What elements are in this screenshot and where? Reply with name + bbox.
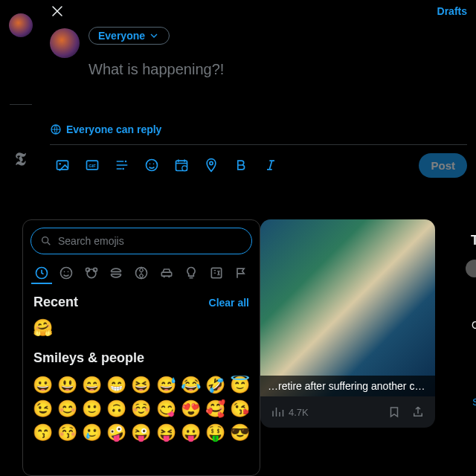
bold-button[interactable] <box>228 152 254 178</box>
emoji-cell[interactable]: 😂 <box>180 375 202 396</box>
reply-settings-button[interactable]: Everyone can reply <box>41 123 476 144</box>
emoji-button[interactable] <box>139 152 164 178</box>
schedule-button[interactable] <box>169 152 194 178</box>
emoji-cat-activity[interactable] <box>131 263 152 284</box>
emoji-cell[interactable]: 😁 <box>106 375 127 396</box>
poll-icon <box>115 158 129 173</box>
emoji-search-input[interactable] <box>58 235 242 247</box>
media-button[interactable] <box>50 152 75 178</box>
emoji-cat-travel[interactable] <box>156 263 177 284</box>
emoji-cell[interactable]: 🥰 <box>205 399 226 419</box>
globe-icon <box>50 123 62 135</box>
italic-button[interactable] <box>258 152 283 178</box>
emoji-cat-objects[interactable] <box>181 263 202 284</box>
share-icon[interactable] <box>411 405 425 419</box>
emoji-cell[interactable]: 😆 <box>130 375 152 396</box>
audience-label: Everyone <box>98 30 145 42</box>
svg-point-13 <box>42 237 48 243</box>
emoji-cat-animals[interactable] <box>81 263 102 284</box>
svg-point-18 <box>87 269 96 278</box>
smileys-title: Smileys & people <box>30 340 252 373</box>
emoji-cat-smileys[interactable] <box>56 263 77 284</box>
audience-selector[interactable]: Everyone <box>89 27 170 45</box>
poll-button[interactable] <box>109 152 135 178</box>
bulb-icon <box>184 266 199 280</box>
emoji-cell[interactable]: 🙃 <box>106 399 127 419</box>
compose-input[interactable]: What is happening?! <box>89 61 467 123</box>
smile-icon <box>144 158 159 173</box>
soccer-icon <box>134 266 149 280</box>
smile-icon <box>59 266 74 280</box>
svg-point-17 <box>68 271 69 273</box>
compose-modal: Drafts Everyone What is happening?! Ever… <box>41 0 476 185</box>
avatar[interactable] <box>9 13 33 37</box>
emoji-cat-food[interactable] <box>106 263 126 284</box>
emoji-cell[interactable]: 😉 <box>32 399 54 419</box>
calendar-clock-icon <box>174 158 189 173</box>
right-sidebar-text: C <box>472 319 476 331</box>
svg-point-24 <box>168 276 170 278</box>
compose-avatar[interactable] <box>50 28 80 58</box>
emoji-cell[interactable]: 🥲 <box>81 422 103 443</box>
smileys-emoji-grid: 😀😃😄😁😆😅😂🤣😇😉😊🙂🙃☺️😋😍🥰😘😙😚🥲🤪😜😝😛🤑😎 <box>30 373 252 445</box>
feed-card[interactable]: …retire after suffering another co… 4.7K <box>260 219 435 428</box>
emoji-cell[interactable]: 🙂 <box>81 399 103 419</box>
car-icon <box>159 266 174 280</box>
right-sidebar-text: T <box>471 233 476 248</box>
nyt-icon[interactable]: 𝕿 <box>15 149 26 170</box>
recent-emoji-grid: 🤗 <box>30 316 252 340</box>
emoji-cell[interactable]: 🤪 <box>106 422 127 443</box>
right-sidebar-avatar[interactable] <box>466 260 476 277</box>
drafts-button[interactable]: Drafts <box>437 5 467 17</box>
emoji-cell[interactable]: 😄 <box>81 375 103 396</box>
chevron-down-icon <box>148 30 160 42</box>
feed-image: …retire after suffering another co… <box>260 219 435 396</box>
emoji-cell[interactable]: 😃 <box>57 375 78 396</box>
clock-icon <box>34 266 49 280</box>
emoji-cell[interactable]: 😊 <box>57 399 78 419</box>
reply-label: Everyone can reply <box>66 123 161 135</box>
emoji-cell[interactable]: 😋 <box>155 399 177 419</box>
emoji-cell[interactable]: 🤣 <box>205 375 226 396</box>
location-button[interactable] <box>199 152 224 178</box>
emoji-search[interactable] <box>30 228 252 254</box>
rail-divider <box>10 104 32 105</box>
emoji-cell[interactable]: 😅 <box>155 375 177 396</box>
gif-button[interactable]: GIF <box>80 152 105 178</box>
emoji-cell[interactable]: 😝 <box>155 422 177 443</box>
emoji-cell[interactable]: 😛 <box>180 422 202 443</box>
views-count: 4.7K <box>289 407 309 418</box>
emoji-cell[interactable]: 😘 <box>229 399 251 419</box>
emoji-cell[interactable]: 😜 <box>130 422 152 443</box>
post-button[interactable]: Post <box>419 153 467 178</box>
close-button[interactable] <box>50 4 65 19</box>
feed-footer: 4.7K <box>260 396 435 428</box>
right-sidebar-link[interactable]: S <box>472 396 476 408</box>
svg-point-19 <box>86 268 89 271</box>
burger-icon <box>109 266 123 280</box>
location-icon <box>204 158 219 173</box>
emoji-cat-flags[interactable] <box>231 263 251 284</box>
emoji-cell[interactable]: 🤗 <box>32 318 54 338</box>
recent-title: Recent <box>33 295 78 310</box>
emoji-cell[interactable]: 🤑 <box>205 422 226 443</box>
emoji-cat-recent[interactable] <box>31 263 52 284</box>
svg-point-12 <box>210 161 213 164</box>
emoji-cell[interactable]: 😚 <box>57 422 78 443</box>
emoji-cell[interactable]: 😎 <box>229 422 251 443</box>
emoji-picker: Recent Clear all 🤗 Smileys & people 😀😃😄😁… <box>22 219 260 476</box>
emoji-cell[interactable]: 😙 <box>32 422 54 443</box>
bookmark-icon[interactable] <box>387 405 401 419</box>
clear-recent-button[interactable]: Clear all <box>209 297 249 309</box>
svg-point-15 <box>61 268 72 279</box>
svg-point-5 <box>125 161 127 163</box>
emoji-cell[interactable]: ☺️ <box>130 399 152 419</box>
emoji-cell[interactable]: 😍 <box>180 399 202 419</box>
emoji-cell[interactable]: 😇 <box>229 375 251 396</box>
emoji-cell[interactable]: 😀 <box>32 375 54 396</box>
emoji-cat-symbols[interactable] <box>206 263 227 284</box>
svg-point-7 <box>147 160 158 171</box>
emoji-category-tabs <box>23 259 260 287</box>
svg-text:GIF: GIF <box>89 164 96 168</box>
symbols-icon <box>209 266 224 280</box>
